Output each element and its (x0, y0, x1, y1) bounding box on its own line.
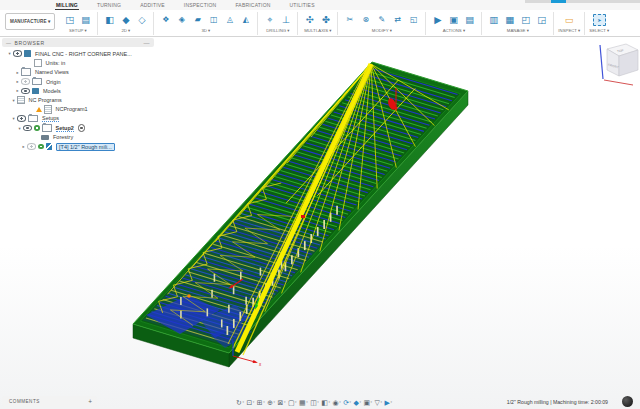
expand-arrow-icon[interactable]: ▾ (16, 126, 23, 131)
trim-toolpath-icon[interactable]: ✂ (342, 13, 357, 27)
tree-row-units-in[interactable]: Units: in (2, 58, 154, 67)
group-label[interactable]: 3D ▾ (201, 28, 210, 33)
tree-row-forestry[interactable]: Forestry (2, 133, 154, 142)
zoom-window-icon[interactable]: ⊠▾ (278, 399, 286, 406)
tree-row-label[interactable]: NC Programs (29, 97, 62, 103)
tab-additive[interactable]: ADDITIVE (139, 0, 166, 10)
group-label[interactable]: MULTI-AXIS ▾ (304, 28, 331, 33)
2d-contour-icon[interactable]: ◇ (134, 13, 149, 27)
parallel-icon[interactable]: ▰ (190, 13, 205, 27)
drill-icon[interactable]: ⌖ (262, 13, 277, 27)
swarf-icon[interactable]: ✣ (302, 13, 317, 27)
expand-arrow-icon[interactable]: ▾ (6, 51, 13, 56)
face-milling-icon[interactable]: ◧ (102, 13, 117, 27)
tab-utilities[interactable]: UTILITIES (289, 0, 316, 10)
group-label[interactable]: 2D ▾ (121, 28, 130, 33)
expand-arrow-icon[interactable]: ▸ (20, 144, 27, 149)
dropdown-arrow-icon[interactable]: ▾ (317, 400, 319, 404)
dropdown-arrow-icon[interactable]: ▾ (339, 400, 341, 404)
tree-row-nc-programs[interactable]: ▾NC Programs (2, 95, 154, 104)
steps-icon[interactable]: ▶▾ (384, 399, 391, 406)
spiral-icon[interactable]: ◭ (238, 13, 253, 27)
tree-row-final-cnc-right-corner-p[interactable]: ▾FINAL CNC - RIGHT CORNER PANE... (2, 49, 154, 58)
grid-display-icon[interactable]: ▦▾ (299, 399, 308, 406)
job-status-badge[interactable] (622, 396, 633, 407)
orbit-icon[interactable]: ↻▾ (236, 399, 244, 406)
adaptive-clearing-icon[interactable]: ❖ (158, 13, 173, 27)
tree-row-label[interactable]: Models (43, 88, 61, 94)
tree-row-origin[interactable]: ▸Origin (2, 77, 154, 86)
post-process-icon[interactable]: ▣ (446, 13, 461, 27)
dropdown-arrow-icon[interactable]: ▾ (263, 400, 265, 404)
multiaxis-contour-icon[interactable]: ✤ (318, 13, 333, 27)
tree-row-named-views[interactable]: ▸Named Views (2, 68, 154, 77)
group-label[interactable]: INSPECT ▾ (558, 28, 580, 33)
tree-row-setups[interactable]: ▾Setups (2, 114, 154, 123)
template-library-icon[interactable]: ◰ (518, 13, 533, 27)
2d-pocket-icon[interactable]: ◆ (118, 13, 133, 27)
tree-row-label[interactable]: [T4] 1/2" Rough mili... (56, 143, 115, 151)
tree-row-label[interactable]: Named Views (35, 69, 69, 75)
workspace-selector[interactable]: MANUFACTURE ▾ (5, 13, 55, 30)
tab-milling[interactable]: MILLING (55, 0, 79, 10)
select-icon[interactable]: ➤ (593, 14, 606, 26)
scallop-icon[interactable]: ◬ (222, 13, 237, 27)
browser-header[interactable]: — BROWSER — (2, 38, 154, 47)
selection-filter-icon[interactable]: ▽▾ (375, 399, 382, 406)
tool-library-icon[interactable]: ▥ (486, 13, 501, 27)
expand-arrow-icon[interactable]: ▾ (10, 116, 17, 121)
refresh-icon[interactable]: ⟳▾ (343, 399, 351, 406)
viewports-icon[interactable]: ◫▾ (310, 399, 319, 406)
dropdown-arrow-icon[interactable]: ▾ (390, 400, 392, 404)
visibility-eye-icon[interactable] (13, 50, 22, 57)
tab-turning[interactable]: TURNING (96, 0, 122, 10)
add-comment-button[interactable]: + (88, 398, 97, 405)
tree-row-label[interactable]: Units: in (46, 60, 66, 66)
tree-row--t4-1-2-rough-mili-[interactable]: ▸[T4] 1/2" Rough mili... (2, 142, 154, 151)
tree-row-models[interactable]: ▸Models (2, 86, 154, 95)
group-label[interactable]: SETUP ▾ (69, 28, 87, 33)
panel-minimize-button[interactable]: — (143, 41, 150, 45)
folder-manage-icon[interactable]: ◲ (534, 13, 549, 27)
tree-row-ncprogram1[interactable]: NCProgram1 (2, 105, 154, 114)
tab-scroll-thumb[interactable] (551, 0, 566, 3)
tree-row-label[interactable]: Forestry (53, 134, 73, 140)
expand-arrow-icon[interactable]: ▾ (10, 98, 17, 103)
expand-arrow-icon[interactable]: ▸ (14, 79, 21, 84)
object-visibility-icon[interactable]: ◉▾ (333, 399, 341, 406)
dropdown-arrow-icon[interactable]: ▾ (371, 400, 373, 404)
group-label[interactable]: SELECT ▾ (589, 28, 609, 33)
measure-icon[interactable]: ▭ (562, 13, 577, 27)
dropdown-arrow-icon[interactable]: ▾ (295, 400, 297, 404)
active-setup-radio[interactable] (78, 124, 86, 132)
expand-arrow-icon[interactable]: ▸ (14, 88, 21, 93)
tree-row-label[interactable]: Setup2 (56, 125, 74, 132)
bore-icon[interactable]: ⊥ (278, 13, 293, 27)
dropdown-arrow-icon[interactable]: ▾ (359, 400, 361, 404)
dropdown-arrow-icon[interactable]: ▾ (380, 400, 382, 404)
steep-shallow-icon[interactable]: ◫ (206, 13, 221, 27)
compare-icon[interactable]: ◆▾ (354, 399, 361, 406)
delete-toolpath-icon[interactable]: ⊗ (358, 13, 373, 27)
group-label[interactable]: ACTIONS ▾ (443, 28, 465, 33)
tab-fabrication[interactable]: FABRICATION (234, 0, 271, 10)
tree-row-label[interactable]: FINAL CNC - RIGHT CORNER PANE... (35, 51, 132, 57)
simulate-icon[interactable]: ▶ (430, 13, 445, 27)
tree-row-label[interactable]: Setups (42, 115, 59, 122)
visibility-eye-icon[interactable] (21, 88, 30, 95)
dropdown-arrow-icon[interactable]: ▾ (253, 400, 255, 404)
comments-bar[interactable]: COMMENTS + (2, 396, 97, 407)
stock-icon[interactable]: ▤ (78, 13, 93, 27)
visual-style-icon[interactable]: ◧▾ (321, 399, 330, 406)
move-toolpath-icon[interactable]: ⇄ (390, 13, 405, 27)
edit-toolpath-icon[interactable]: ✎ (374, 13, 389, 27)
group-label[interactable]: MODIFY ▾ (372, 28, 392, 33)
dropdown-arrow-icon[interactable]: ▾ (350, 400, 352, 404)
tree-row-label[interactable]: NCProgram1 (56, 106, 88, 112)
visibility-eye-icon[interactable] (21, 78, 30, 85)
dropdown-arrow-icon[interactable]: ▾ (306, 400, 308, 404)
duplicate-toolpath-icon[interactable]: ◱ (406, 13, 421, 27)
dropdown-arrow-icon[interactable]: ▾ (242, 400, 244, 404)
new-setup-icon[interactable]: ◳ (62, 13, 77, 27)
visibility-eye-icon[interactable] (27, 143, 36, 150)
